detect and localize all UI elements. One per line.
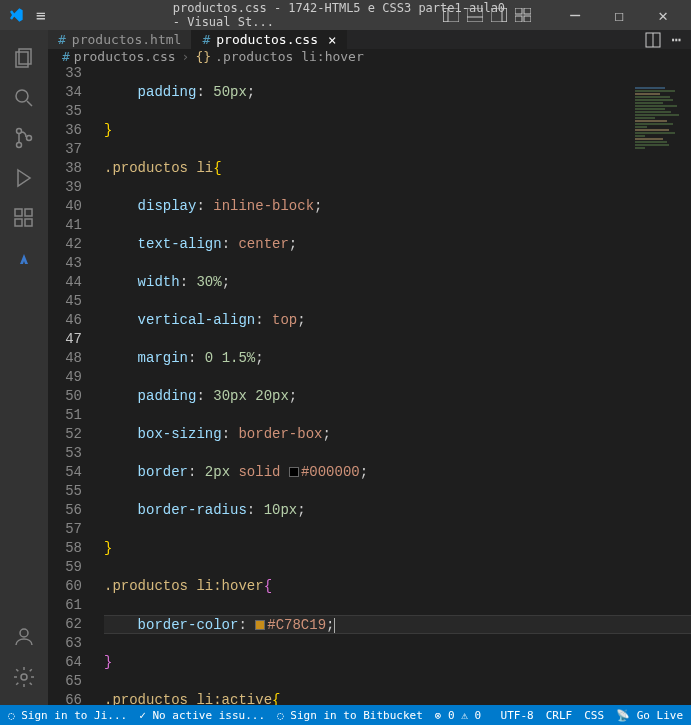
svg-rect-2 [467, 8, 483, 22]
tabs-bar: # productos.html # productos.css × ⋯ [48, 30, 691, 49]
svg-rect-0 [443, 8, 459, 22]
status-signin-bitbucket[interactable]: ◌ Sign in to Bitbucket [277, 709, 423, 722]
svg-rect-6 [515, 8, 522, 14]
tab-productos-html[interactable]: # productos.html [48, 30, 192, 49]
minimize-button[interactable]: ─ [555, 1, 595, 29]
tab-label: productos.html [72, 32, 182, 47]
svg-rect-5 [502, 8, 507, 22]
settings-gear-icon[interactable] [0, 657, 48, 697]
split-editor-icon[interactable] [645, 32, 661, 48]
breadcrumb-file: productos.css [74, 49, 176, 64]
status-encoding[interactable]: UTF-8 [501, 709, 534, 722]
run-debug-icon[interactable] [0, 158, 48, 198]
close-window-button[interactable]: ✕ [643, 1, 683, 29]
css-file-icon: # [62, 49, 70, 64]
status-signin-jira[interactable]: ◌ Sign in to Ji... [8, 709, 127, 722]
status-eol[interactable]: CRLF [546, 709, 573, 722]
css-file-icon: # [58, 32, 66, 47]
layout-grid-icon[interactable] [515, 8, 531, 22]
css-file-icon: # [202, 32, 210, 47]
minimap[interactable] [631, 87, 691, 287]
source-control-icon[interactable] [0, 118, 48, 158]
svg-point-12 [16, 90, 28, 102]
breadcrumb[interactable]: # productos.css › {} .productos li:hover [48, 49, 691, 64]
code-editor[interactable]: 33343536 37383940 41424344 45464748 4950… [48, 64, 691, 725]
tab-productos-css[interactable]: # productos.css × [192, 30, 347, 49]
menu-icon[interactable]: ≡ [36, 6, 46, 25]
svg-rect-9 [524, 16, 531, 22]
explorer-icon[interactable] [0, 38, 48, 78]
tab-label: productos.css [216, 32, 318, 47]
symbol-icon: {} [195, 49, 211, 64]
svg-rect-7 [524, 8, 531, 14]
maximize-button[interactable]: ☐ [599, 1, 639, 29]
svg-rect-18 [15, 209, 22, 216]
status-bar: ◌ Sign in to Ji... ✓ No active issu... ◌… [0, 705, 691, 725]
svg-rect-1 [443, 8, 448, 22]
svg-rect-8 [515, 16, 522, 22]
layout-controls[interactable] [443, 8, 531, 22]
layout-panel-bottom-icon[interactable] [467, 8, 483, 22]
activity-bar [0, 30, 48, 705]
svg-rect-21 [25, 219, 32, 226]
status-language[interactable]: CSS [584, 709, 604, 722]
editor-area: # productos.html # productos.css × ⋯ # p… [48, 30, 691, 705]
status-problems[interactable]: ⊗ 0 ⚠ 0 [435, 709, 481, 722]
svg-rect-4 [491, 8, 507, 22]
status-no-issue[interactable]: ✓ No active issu... [139, 709, 265, 722]
layout-panel-left-icon[interactable] [443, 8, 459, 22]
svg-rect-20 [15, 219, 22, 226]
code-content[interactable]: padding: 50px; } .productos li{ display:… [98, 64, 691, 725]
search-icon[interactable] [0, 78, 48, 118]
accounts-icon[interactable] [0, 617, 48, 657]
svg-line-13 [27, 101, 32, 106]
layout-panel-right-icon[interactable] [491, 8, 507, 22]
breadcrumb-symbol: .productos li:hover [215, 49, 364, 64]
chevron-right-icon: › [182, 49, 190, 64]
svg-point-14 [17, 129, 22, 134]
svg-point-23 [21, 674, 27, 680]
svg-point-22 [20, 629, 28, 637]
atlassian-icon[interactable] [0, 238, 48, 278]
status-golive[interactable]: 📡 Go Live [616, 709, 683, 722]
svg-rect-19 [25, 209, 32, 216]
more-actions-icon[interactable]: ⋯ [671, 30, 681, 49]
svg-marker-17 [18, 170, 30, 186]
svg-point-15 [17, 143, 22, 148]
svg-point-16 [27, 136, 32, 141]
line-gutter: 33343536 37383940 41424344 45464748 4950… [48, 64, 98, 725]
title-bar: ≡ productos.css - 1742-HTML5 e CSS3 part… [0, 0, 691, 30]
vscode-logo-icon [8, 7, 24, 23]
extensions-icon[interactable] [0, 198, 48, 238]
close-icon[interactable]: × [328, 32, 336, 48]
